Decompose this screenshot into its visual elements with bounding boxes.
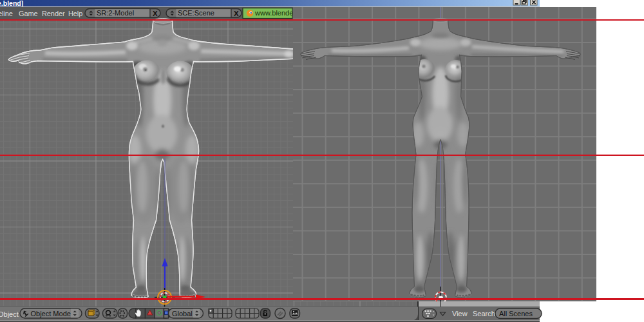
svg-text:www.blender.o: www.blender.o [254,9,301,17]
svg-text:View: View [452,310,468,317]
svg-text:Object: Object [0,310,19,318]
svg-text:SCE:Scene: SCE:Scene [178,9,214,17]
svg-text:X: X [234,10,239,17]
svg-text:Global: Global [172,310,193,317]
svg-text:SR:2-Model: SR:2-Model [97,9,134,17]
svg-text:X: X [153,10,158,17]
svg-text:All Scenes: All Scenes [499,310,533,317]
svg-text:Search: Search [473,310,495,317]
svg-text:Object Mode: Object Mode [31,310,71,317]
